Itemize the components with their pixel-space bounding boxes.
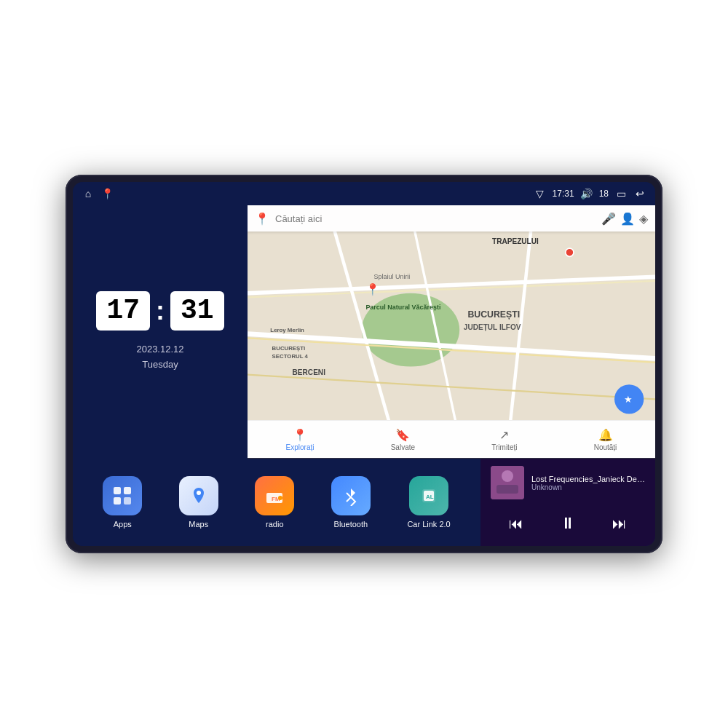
carlink-label: Car Link 2.0 bbox=[407, 520, 450, 529]
map-widget[interactable]: TRAPEZULUI BUCUREȘTI JUDEȚUL ILFOV BERCE… bbox=[248, 205, 655, 459]
clock-hour: 17 bbox=[96, 291, 150, 331]
bluetooth-app-icon bbox=[331, 476, 371, 515]
volume-level: 18 bbox=[599, 189, 609, 199]
share-icon: ↗ bbox=[499, 428, 509, 442]
status-right-info: ▽ 17:31 🔊 18 ▭ ↩ bbox=[534, 187, 646, 200]
saved-label: Salvate bbox=[391, 443, 415, 451]
song-artist: Unknown bbox=[531, 483, 645, 491]
status-time: 17:31 bbox=[553, 189, 574, 199]
album-art bbox=[491, 466, 524, 499]
app-item-apps[interactable]: Apps bbox=[103, 476, 142, 529]
apps-icon bbox=[103, 476, 142, 515]
next-button[interactable]: ⏭ bbox=[609, 513, 630, 535]
prev-button[interactable]: ⏮ bbox=[506, 513, 526, 535]
svg-rect-26 bbox=[124, 497, 131, 505]
svg-rect-23 bbox=[114, 487, 121, 494]
song-title: Lost Frequencies_Janieck Devy-... bbox=[531, 475, 645, 483]
back-icon[interactable]: ↩ bbox=[633, 187, 646, 200]
signal-icon: ▽ bbox=[534, 187, 547, 200]
carlink-app-icon: AL bbox=[409, 476, 448, 515]
maps-label: Maps bbox=[189, 520, 208, 529]
radio-label: radio bbox=[266, 520, 283, 529]
music-controls: ⏮ ⏸ ⏭ bbox=[491, 508, 645, 539]
svg-text:BERCENI: BERCENI bbox=[293, 368, 326, 376]
svg-text:AL: AL bbox=[426, 494, 434, 500]
share-label: Trimiteți bbox=[491, 443, 517, 451]
device-frame: ⌂ 📍 ▽ 17:31 🔊 18 ▭ ↩ 17 : bbox=[66, 175, 662, 553]
map-nav-share[interactable]: ↗ Trimiteți bbox=[491, 428, 517, 451]
clock-colon: : bbox=[156, 296, 165, 326]
map-search-bar[interactable]: 📍 Căutați aici 🎤 👤 ◈ bbox=[248, 205, 655, 232]
music-text-info: Lost Frequencies_Janieck Devy-... Unknow… bbox=[531, 475, 645, 491]
svg-text:BUCUREȘTI: BUCUREȘTI bbox=[272, 345, 306, 352]
home-icon[interactable]: ⌂ bbox=[82, 187, 95, 200]
clock-widget: 17 : 31 2023.12.12 Tuesday bbox=[73, 205, 248, 459]
svg-point-28 bbox=[197, 491, 201, 495]
app-item-radio[interactable]: FM radio bbox=[255, 476, 294, 529]
status-bar: ⌂ 📍 ▽ 17:31 🔊 18 ▭ ↩ bbox=[73, 182, 655, 205]
map-bottom-nav: 📍 Explorați 🔖 Salvate ↗ Trimiteți 🔔 bbox=[248, 420, 655, 458]
svg-point-31 bbox=[278, 496, 282, 500]
explore-icon: 📍 bbox=[293, 428, 307, 442]
svg-text:📍: 📍 bbox=[365, 282, 380, 296]
bluetooth-label: Bluetooth bbox=[334, 520, 368, 529]
svg-rect-37 bbox=[496, 485, 518, 494]
account-icon[interactable]: 👤 bbox=[620, 212, 635, 226]
svg-text:Leroy Merlin: Leroy Merlin bbox=[270, 327, 304, 333]
radio-app-icon: FM bbox=[255, 476, 294, 515]
svg-text:BUCUREȘTI: BUCUREȘTI bbox=[467, 309, 520, 320]
status-left-icons: ⌂ 📍 bbox=[82, 187, 114, 200]
app-item-maps[interactable]: Maps bbox=[179, 476, 218, 529]
svg-text:★: ★ bbox=[624, 394, 633, 405]
bottom-row: Apps Maps bbox=[73, 459, 655, 546]
layers-icon[interactable]: ◈ bbox=[639, 212, 648, 226]
google-maps-logo: 📍 bbox=[255, 212, 269, 226]
map-nav-news[interactable]: 🔔 Noutăți bbox=[594, 428, 617, 451]
svg-text:SECTORUL 4: SECTORUL 4 bbox=[272, 353, 309, 360]
svg-text:Splaiul Unirii: Splaiul Unirii bbox=[374, 273, 411, 280]
clock-date: 2023.12.12 Tuesday bbox=[136, 342, 183, 373]
device-screen: ⌂ 📍 ▽ 17:31 🔊 18 ▭ ↩ 17 : bbox=[73, 182, 655, 546]
svg-rect-25 bbox=[114, 497, 121, 505]
search-input-text[interactable]: Căutați aici bbox=[275, 213, 596, 224]
svg-rect-24 bbox=[124, 487, 131, 494]
map-svg: TRAPEZULUI BUCUREȘTI JUDEȚUL ILFOV BERCE… bbox=[248, 232, 655, 420]
volume-icon: 🔊 bbox=[580, 187, 593, 200]
app-item-bluetooth[interactable]: Bluetooth bbox=[331, 476, 371, 529]
apps-label: Apps bbox=[114, 520, 132, 529]
svg-text:TRAPEZULUI: TRAPEZULUI bbox=[492, 238, 539, 246]
explore-label: Explorați bbox=[286, 443, 314, 451]
news-label: Noutăți bbox=[594, 443, 617, 451]
svg-point-36 bbox=[502, 470, 513, 482]
maps-app-icon bbox=[179, 476, 218, 515]
main-content: 17 : 31 2023.12.12 Tuesday bbox=[73, 205, 655, 546]
svg-point-20 bbox=[566, 248, 574, 256]
play-pause-button[interactable]: ⏸ bbox=[557, 511, 579, 536]
music-player: Lost Frequencies_Janieck Devy-... Unknow… bbox=[480, 459, 655, 546]
microphone-icon[interactable]: 🎤 bbox=[601, 212, 616, 226]
map-right-icons: 🎤 👤 ◈ bbox=[601, 212, 648, 226]
battery-icon: ▭ bbox=[614, 187, 628, 200]
clock-display: 17 : 31 bbox=[96, 291, 223, 331]
clock-minute: 31 bbox=[170, 291, 224, 331]
saved-icon: 🔖 bbox=[395, 428, 410, 442]
map-nav-saved[interactable]: 🔖 Salvate bbox=[391, 428, 415, 451]
app-grid: Apps Maps bbox=[73, 459, 480, 546]
news-icon: 🔔 bbox=[598, 428, 613, 442]
app-item-carlink[interactable]: AL Car Link 2.0 bbox=[407, 476, 450, 529]
maps-icon[interactable]: 📍 bbox=[100, 187, 114, 200]
svg-text:Parcul Natural Văcărești: Parcul Natural Văcărești bbox=[365, 304, 440, 311]
map-nav-explore[interactable]: 📍 Explorați bbox=[286, 428, 314, 451]
music-info-section: Lost Frequencies_Janieck Devy-... Unknow… bbox=[491, 466, 645, 499]
top-row: 17 : 31 2023.12.12 Tuesday bbox=[73, 205, 655, 459]
svg-text:JUDEȚUL ILFOV: JUDEȚUL ILFOV bbox=[464, 323, 521, 331]
